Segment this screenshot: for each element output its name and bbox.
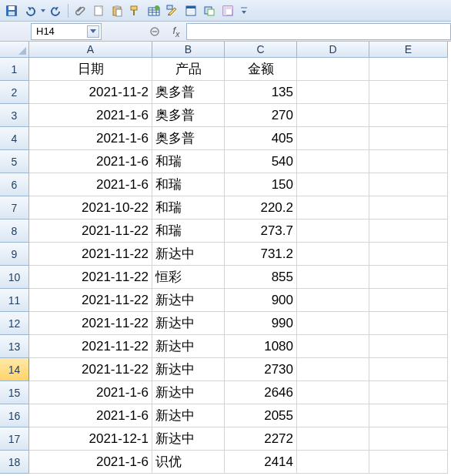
cell[interactable]: 2021-11-22 — [29, 220, 152, 243]
sheet-icon-button[interactable] — [182, 2, 199, 19]
cell[interactable]: 731.2 — [225, 243, 297, 266]
row-header[interactable]: 17 — [0, 427, 29, 451]
paste-button[interactable] — [109, 2, 125, 19]
cell[interactable] — [369, 220, 448, 243]
cell[interactable]: 990 — [225, 312, 297, 335]
cell[interactable] — [297, 289, 369, 312]
formula-input[interactable] — [186, 23, 451, 40]
cell[interactable] — [369, 266, 448, 289]
cell[interactable]: 2021-11-22 — [29, 312, 152, 335]
cell[interactable] — [369, 381, 448, 404]
cell[interactable]: 2055 — [225, 404, 297, 427]
cell[interactable]: 2021-1-6 — [29, 381, 152, 404]
cell[interactable]: 2021-11-22 — [29, 289, 152, 312]
row-header[interactable]: 8 — [0, 220, 29, 243]
row-header[interactable]: 18 — [0, 451, 29, 474]
cell[interactable] — [369, 312, 448, 335]
redo-button[interactable] — [48, 2, 65, 19]
cell[interactable] — [369, 81, 448, 104]
cell[interactable]: 奥多普 — [152, 127, 225, 150]
cell[interactable] — [297, 243, 369, 266]
pivot-button[interactable] — [219, 2, 236, 19]
new-doc-button[interactable] — [90, 2, 107, 19]
cell[interactable] — [297, 220, 369, 243]
attach-button[interactable] — [72, 2, 89, 19]
cell[interactable]: 2021-1-6 — [29, 104, 152, 127]
col-header-B[interactable]: B — [152, 42, 225, 58]
row-header[interactable]: 16 — [0, 404, 29, 427]
cell[interactable]: 新达中 — [152, 358, 225, 381]
cell[interactable]: 150 — [225, 173, 297, 196]
cell[interactable] — [297, 196, 369, 220]
cell[interactable]: 220.2 — [225, 196, 297, 220]
cell[interactable]: 270 — [225, 104, 297, 127]
cell[interactable]: 2414 — [225, 451, 297, 474]
cell[interactable]: 2021-11-22 — [29, 358, 152, 381]
row-header[interactable]: 2 — [0, 81, 29, 104]
cell[interactable] — [369, 150, 448, 173]
cell[interactable] — [369, 243, 448, 266]
cell[interactable]: 新达中 — [152, 312, 225, 335]
name-box-dropdown[interactable] — [87, 25, 99, 38]
row-header[interactable]: 6 — [0, 173, 29, 196]
row-header[interactable]: 4 — [0, 127, 29, 150]
fx-button[interactable]: fx — [169, 25, 183, 39]
cell[interactable] — [369, 451, 448, 474]
edit-button[interactable] — [164, 2, 181, 19]
name-box[interactable]: H14 — [31, 23, 102, 40]
cell[interactable]: 新达中 — [152, 289, 225, 312]
cell[interactable]: 识优 — [152, 451, 225, 474]
cell[interactable]: 855 — [225, 266, 297, 289]
cell[interactable]: 恒彩 — [152, 266, 225, 289]
cell[interactable]: 日期 — [29, 58, 152, 81]
row-header[interactable]: 14 — [0, 358, 29, 381]
cell[interactable]: 金额 — [225, 58, 297, 81]
cell[interactable] — [297, 404, 369, 427]
row-header[interactable]: 7 — [0, 196, 29, 220]
cell[interactable] — [369, 196, 448, 220]
row-header[interactable]: 15 — [0, 381, 29, 404]
cell[interactable] — [369, 427, 448, 451]
cell[interactable]: 540 — [225, 150, 297, 173]
col-header-D[interactable]: D — [297, 42, 369, 58]
cell[interactable] — [297, 381, 369, 404]
cell[interactable]: 和瑞 — [152, 196, 225, 220]
cell[interactable] — [297, 358, 369, 381]
cell[interactable] — [369, 358, 448, 381]
cell[interactable]: 1080 — [225, 335, 297, 358]
undo-dropdown[interactable] — [40, 9, 46, 12]
cell[interactable]: 135 — [225, 81, 297, 104]
row-header[interactable]: 5 — [0, 150, 29, 173]
object-button[interactable] — [201, 2, 218, 19]
cell[interactable]: 900 — [225, 289, 297, 312]
cell[interactable]: 和瑞 — [152, 220, 225, 243]
cell[interactable] — [297, 266, 369, 289]
cell[interactable]: 2021-11-22 — [29, 266, 152, 289]
cell[interactable]: 产品 — [152, 58, 225, 81]
format-painter-button[interactable] — [127, 2, 144, 19]
cell[interactable]: 2021-11-22 — [29, 335, 152, 358]
cell[interactable] — [369, 173, 448, 196]
cell[interactable]: 新达中 — [152, 335, 225, 358]
insert-table-button[interactable] — [145, 2, 162, 19]
row-header[interactable]: 10 — [0, 266, 29, 289]
col-header-E[interactable]: E — [369, 42, 448, 58]
spreadsheet-grid[interactable]: A B C D E 1日期产品金额22021-11-2奥多普13532021-1… — [0, 42, 451, 474]
row-header[interactable]: 9 — [0, 243, 29, 266]
cell[interactable]: 2021-1-6 — [29, 173, 152, 196]
cell[interactable]: 2021-11-22 — [29, 243, 152, 266]
cell[interactable] — [297, 127, 369, 150]
cell[interactable] — [297, 81, 369, 104]
cell[interactable]: 奥多普 — [152, 81, 225, 104]
cell[interactable]: 新达中 — [152, 404, 225, 427]
cell[interactable] — [369, 404, 448, 427]
cell[interactable] — [369, 104, 448, 127]
cell[interactable] — [297, 173, 369, 196]
cell[interactable]: 2021-1-6 — [29, 451, 152, 474]
cell[interactable] — [369, 127, 448, 150]
cell[interactable]: 405 — [225, 127, 297, 150]
select-all-corner[interactable] — [0, 42, 29, 58]
row-header[interactable]: 1 — [0, 58, 29, 81]
cell[interactable]: 2021-12-1 — [29, 427, 152, 451]
row-header[interactable]: 12 — [0, 312, 29, 335]
